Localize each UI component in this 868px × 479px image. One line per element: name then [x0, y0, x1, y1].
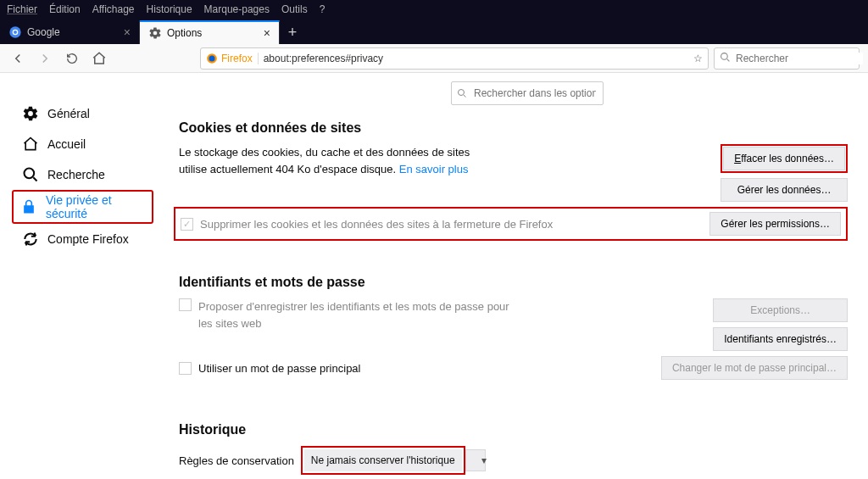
- highlight-box: Vie privée et sécurité: [12, 190, 153, 224]
- home-icon: [22, 136, 39, 153]
- search-icon: [457, 88, 467, 101]
- change-master-password-button[interactable]: Changer le mot de passe principal…: [661, 356, 848, 380]
- tab-options[interactable]: Options ×: [140, 20, 280, 44]
- history-rules-label: Règles de conservation: [179, 454, 294, 467]
- delete-on-close-checkbox[interactable]: [181, 218, 193, 231]
- learn-more-link[interactable]: En savoir plus: [399, 163, 469, 175]
- clear-data-button[interactable]: Effacer les données…: [723, 147, 845, 170]
- master-password-checkbox[interactable]: [179, 362, 192, 375]
- menu-history[interactable]: Historique: [147, 3, 192, 15]
- gear-icon: [22, 105, 39, 122]
- svg-point-7: [459, 90, 465, 96]
- search-options-input[interactable]: [451, 81, 604, 105]
- sidebar-item-label: Général: [47, 107, 90, 120]
- checkbox-label: Supprimer les cookies et les données des…: [200, 218, 553, 231]
- search-input[interactable]: [736, 53, 863, 64]
- search-bar[interactable]: [714, 47, 860, 70]
- preferences-main: Cookies et données de sites Le stockage …: [159, 73, 868, 479]
- content: Général Accueil Recherche Vie privée et …: [0, 73, 868, 479]
- history-mode-select[interactable]: Ne jamais conserver l'historique: [304, 449, 462, 471]
- preferences-sidebar: Général Accueil Recherche Vie privée et …: [0, 73, 159, 479]
- menu-tools[interactable]: Outils: [281, 3, 308, 15]
- sidebar-item-label: Vie privée et sécurité: [46, 193, 152, 220]
- manage-permissions-button[interactable]: Gérer les permissions…: [709, 212, 841, 236]
- tabbar: Google × Options × +: [0, 19, 868, 44]
- url-bar[interactable]: Firefox about:preferences#privacy ☆: [200, 47, 709, 70]
- back-button[interactable]: [7, 47, 29, 70]
- navbar: Firefox about:preferences#privacy ☆: [0, 44, 868, 73]
- identity-box[interactable]: Firefox: [206, 53, 259, 64]
- firefox-icon: [206, 53, 218, 64]
- sidebar-item-home[interactable]: Accueil: [15, 129, 159, 159]
- sidebar-item-label: Accueil: [47, 137, 86, 151]
- select-caret[interactable]: ▾: [465, 449, 486, 471]
- saved-logins-button[interactable]: Identifiants enregistrés…: [713, 327, 848, 351]
- new-tab-button[interactable]: +: [280, 20, 305, 44]
- identity-label: Firefox: [221, 53, 253, 64]
- google-favicon-icon: [8, 25, 22, 39]
- tab-title: Google: [27, 26, 124, 38]
- section-title-logins: Identifiants et mots de passe: [179, 275, 848, 290]
- ask-save-passwords-checkbox[interactable]: [179, 298, 192, 311]
- options-favicon-icon: [148, 26, 162, 40]
- chevron-down-icon: ▾: [481, 454, 487, 466]
- sidebar-item-general[interactable]: Général: [15, 98, 159, 129]
- home-button[interactable]: [88, 47, 110, 70]
- checkbox-label: Utiliser un mot de passe principal: [198, 362, 360, 375]
- section-title-cookies: Cookies et données de sites: [179, 120, 848, 136]
- svg-point-6: [25, 169, 35, 179]
- close-icon[interactable]: ×: [124, 25, 131, 39]
- sidebar-item-label: Recherche: [47, 168, 105, 181]
- reload-button[interactable]: [61, 47, 83, 70]
- exceptions-button[interactable]: Exceptions…: [713, 298, 848, 322]
- search-icon: [22, 166, 39, 183]
- tab-title: Options: [167, 27, 264, 39]
- menu-view[interactable]: Affichage: [92, 3, 135, 15]
- forward-button[interactable]: [34, 47, 56, 70]
- tab-google[interactable]: Google ×: [0, 20, 140, 44]
- svg-point-4: [209, 55, 215, 61]
- search-options-field[interactable]: [451, 81, 604, 105]
- section-title-history: Historique: [179, 422, 848, 437]
- svg-point-2: [14, 31, 17, 34]
- sync-icon: [22, 231, 39, 248]
- lock-icon: [20, 198, 37, 215]
- checkbox-label: Proposer d'enregistrer les identifiants …: [198, 298, 518, 331]
- highlight-box: Effacer les données…: [721, 144, 848, 173]
- sidebar-item-privacy[interactable]: Vie privée et sécurité: [14, 192, 152, 222]
- url-text: about:preferences#privacy: [264, 53, 688, 64]
- sidebar-item-search[interactable]: Recherche: [15, 159, 159, 190]
- highlight-box: Ne jamais conserver l'historique: [301, 446, 465, 475]
- svg-point-5: [721, 53, 728, 59]
- bookmark-star-icon[interactable]: ☆: [693, 53, 703, 64]
- close-icon[interactable]: ×: [264, 26, 270, 40]
- menu-file[interactable]: Fichier: [7, 3, 37, 15]
- sidebar-item-label: Compte Firefox: [47, 232, 129, 246]
- menubar: Fichier Édition Affichage Historique Mar…: [0, 0, 868, 19]
- select-value: Ne jamais conserver l'historique: [311, 454, 455, 466]
- sidebar-item-account[interactable]: Compte Firefox: [15, 224, 159, 254]
- manage-data-button[interactable]: Gérer les données…: [721, 178, 848, 202]
- highlight-box: Supprimer les cookies et les données des…: [174, 207, 848, 241]
- cookies-description: Le stockage des cookies, du cache et des…: [179, 144, 501, 177]
- menu-edit[interactable]: Édition: [49, 3, 81, 15]
- menu-help[interactable]: ?: [320, 3, 326, 15]
- search-icon: [720, 52, 731, 65]
- menu-bookmarks[interactable]: Marque-pages: [204, 3, 270, 15]
